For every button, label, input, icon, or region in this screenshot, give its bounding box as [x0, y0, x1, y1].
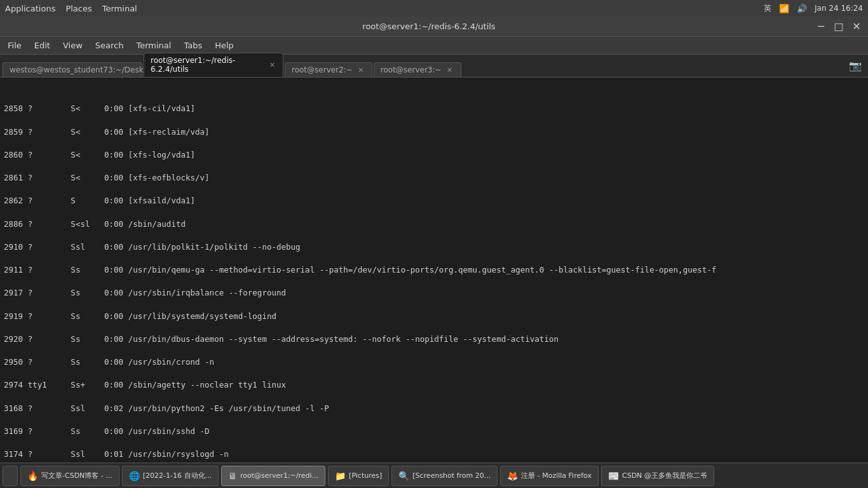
tab-3[interactable]: root@server3:~✕ — [374, 62, 461, 77]
terminal-window: root@server1:~/redis-6.2.4/utils ─ □ ✕ F… — [0, 17, 868, 463]
menu-item-help[interactable]: Help — [210, 39, 239, 51]
maximize-button[interactable]: □ — [832, 22, 845, 32]
taskbar-label-2: root@server1:~/redi... — [240, 471, 318, 480]
language-indicator: 英 — [764, 3, 771, 14]
places-menu[interactable]: Places — [65, 4, 92, 13]
taskbar-icon-5: 🦊 — [507, 471, 518, 481]
taskbar-label-1: [2022-1-16 自动化... — [143, 471, 212, 480]
menu-bar: FileEditViewSearchTerminalTabsHelp — [0, 37, 868, 55]
terminal-line: 3169 ? Ss 0:00 /usr/sbin/sshd -D — [4, 426, 864, 437]
tab-label-0: westos@westos_student73:~/Deskt... — [10, 65, 154, 74]
tab-label-2: root@server2:~ — [292, 65, 353, 74]
taskbar-item-4[interactable]: 🔍[Screenshot from 20... — [391, 466, 498, 486]
menu-item-search[interactable]: Search — [90, 39, 129, 51]
tabs-bar: westos@westos_student73:~/Deskt...✕root@… — [0, 55, 868, 78]
window-title: root@server1:~/redis-6.2.4/utils — [362, 22, 495, 31]
terminal-line: 2950 ? Ss 0:00 /usr/sbin/crond -n — [4, 356, 864, 368]
system-bar-right: 英 📶 🔊 Jan 24 16:24 — [764, 3, 863, 14]
terminal-line: 2860 ? S< 0:00 [xfs-log/vda1] — [4, 149, 864, 161]
taskbar-item-5[interactable]: 🦊注册 - Mozilla Firefox — [500, 466, 599, 486]
menu-item-edit[interactable]: Edit — [29, 39, 55, 51]
screenshot-button[interactable]: 📷 — [845, 58, 865, 73]
taskbar-icon-6: 📰 — [608, 471, 619, 481]
taskbar-item-3[interactable]: 📁[Pictures] — [328, 466, 389, 486]
tab-2[interactable]: root@server2:~✕ — [285, 62, 372, 77]
applications-menu[interactable]: Applications — [5, 4, 55, 13]
tab-close-2[interactable]: ✕ — [356, 66, 365, 74]
terminal-line: 2859 ? S< 0:00 [xfs-reclaim/vda] — [4, 126, 864, 138]
terminal-line: 3174 ? Ssl 0:01 /usr/sbin/rsyslogd -n — [4, 449, 864, 460]
taskbar-item-6[interactable]: 📰CSDN @王多鱼我是你二爷 — [601, 466, 714, 486]
menu-item-file[interactable]: File — [3, 39, 27, 51]
taskbar-label-0: 写文章-CSDN博客 - ... — [41, 471, 112, 480]
taskbar-icon-1: 🌐 — [129, 471, 140, 481]
taskbar: 🔥写文章-CSDN博客 - ...🌐[2022-1-16 自动化...🖥root… — [0, 463, 868, 488]
tab-label-3: root@server3:~ — [381, 65, 442, 74]
taskbar-item-1[interactable]: 🌐[2022-1-16 自动化... — [122, 466, 219, 486]
terminal-line: 3168 ? Ssl 0:02 /usr/bin/python2 -Es /us… — [4, 403, 864, 414]
taskbar-icon-4: 🔍 — [398, 471, 409, 481]
taskbar-label-3: [Pictures] — [349, 471, 382, 480]
taskbar-item-2[interactable]: 🖥root@server1:~/redi... — [221, 466, 325, 486]
menu-item-tabs[interactable]: Tabs — [179, 39, 207, 51]
taskbar-label-4: [Screenshot from 20... — [412, 471, 491, 480]
wifi-icon: 📶 — [779, 4, 789, 13]
tab-close-3[interactable]: ✕ — [445, 66, 454, 74]
close-button[interactable]: ✕ — [850, 22, 863, 32]
terminal-line: 2974 tty1 Ss+ 0:00 /sbin/agetty --noclea… — [4, 379, 864, 391]
terminal-line: 2911 ? Ss 0:00 /usr/bin/qemu-ga --method… — [4, 264, 864, 276]
terminal-line: 2858 ? S< 0:00 [xfs-cil/vda1] — [4, 103, 864, 114]
terminal-line: 2919 ? Ss 0:00 /usr/lib/systemd/systemd-… — [4, 311, 864, 322]
minimize-button[interactable]: ─ — [815, 22, 827, 32]
system-bar: Applications Places Terminal 英 📶 🔊 Jan 2… — [0, 0, 868, 17]
tab-1[interactable]: root@server1:~/redis-6.2.4/utils✕ — [144, 53, 283, 77]
show-desktop-button[interactable] — [3, 466, 18, 486]
terminal-content[interactable]: 2858 ? S< 0:00 [xfs-cil/vda1] 2859 ? S< … — [0, 78, 868, 463]
terminal-line: 2862 ? S 0:00 [xfsaild/vda1] — [4, 195, 864, 207]
taskbar-icon-2: 🖥 — [228, 471, 237, 481]
terminal-menu[interactable]: Terminal — [102, 4, 137, 13]
title-bar: root@server1:~/redis-6.2.4/utils ─ □ ✕ — [0, 17, 868, 37]
taskbar-label-6: CSDN @王多鱼我是你二爷 — [622, 471, 707, 480]
menu-item-view[interactable]: View — [58, 39, 88, 51]
menu-item-terminal[interactable]: Terminal — [131, 39, 176, 51]
volume-icon: 🔊 — [797, 4, 807, 13]
terminal-line: 2861 ? S< 0:00 [xfs-eofblocks/v] — [4, 172, 864, 184]
tab-0[interactable]: westos@westos_student73:~/Deskt...✕ — [3, 62, 142, 77]
datetime: Jan 24 16:24 — [815, 4, 863, 13]
terminal-line: 2910 ? Ssl 0:00 /usr/lib/polkit-1/polkit… — [4, 241, 864, 253]
window-controls: ─ □ ✕ — [815, 22, 863, 32]
system-bar-left: Applications Places Terminal — [5, 4, 137, 13]
taskbar-label-5: 注册 - Mozilla Firefox — [521, 471, 592, 480]
terminal-line: 2920 ? Ss 0:00 /usr/bin/dbus-daemon --sy… — [4, 334, 864, 345]
terminal-line: 2917 ? Ss 0:00 /usr/sbin/irqbalance --fo… — [4, 287, 864, 299]
tab-label-1: root@server1:~/redis-6.2.4/utils — [151, 56, 264, 74]
taskbar-icon-3: 📁 — [335, 471, 346, 481]
terminal-line: 2886 ? S<sl 0:00 /sbin/auditd — [4, 219, 864, 230]
taskbar-icon-0: 🔥 — [27, 471, 38, 481]
taskbar-item-0[interactable]: 🔥写文章-CSDN博客 - ... — [20, 466, 119, 486]
tab-close-1[interactable]: ✕ — [268, 61, 276, 69]
